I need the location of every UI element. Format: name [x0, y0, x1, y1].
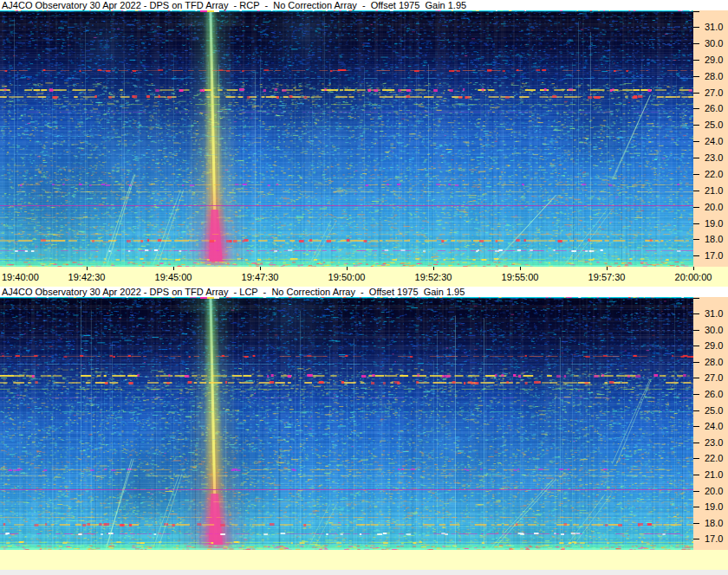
freq-tick — [693, 523, 699, 524]
freq-tick-label: 18.0 — [705, 235, 723, 244]
freq-tick-label: 20.0 — [705, 487, 723, 496]
freq-tick — [693, 223, 699, 224]
freq-tick — [693, 475, 699, 475]
freq-tick-label: 27.0 — [705, 373, 723, 383]
freq-tick-label: 19.0 — [705, 219, 723, 229]
time-tick-label: 19:52:30 — [415, 272, 452, 282]
freq-tick-label: 24.0 — [705, 422, 723, 431]
freq-tick — [693, 125, 699, 126]
freq-tick — [693, 362, 699, 363]
time-tick — [173, 267, 174, 270]
freq-axis-rcp: 31.030.029.028.027.026.025.024.023.022.0… — [693, 10, 728, 267]
freq-tick-label: 31.0 — [705, 309, 723, 319]
freq-tick — [693, 76, 699, 77]
freq-tick — [693, 346, 699, 346]
freq-tick-label: 18.0 — [705, 519, 723, 528]
time-tick-label: 19:40:00 — [2, 272, 39, 282]
freq-tick-label: 19.0 — [705, 502, 723, 512]
time-tick — [260, 267, 261, 270]
freq-tick-label: 23.0 — [705, 438, 723, 448]
freq-tick-label: 31.0 — [705, 23, 723, 32]
time-tick-label: 19:57:30 — [588, 272, 626, 282]
freq-tick — [693, 207, 699, 208]
time-axis-lcp — [0, 550, 728, 570]
freq-tick-label: 30.0 — [705, 326, 723, 335]
freq-tick-label: 17.0 — [705, 251, 723, 261]
freq-tick — [693, 93, 699, 94]
freq-tick-label: 22.0 — [705, 170, 723, 179]
freq-tick-label: 25.0 — [705, 406, 723, 416]
freq-tick-label: 29.0 — [705, 55, 723, 65]
spectrogram-row-rcp: 31.030.029.028.027.026.025.024.023.022.0… — [0, 10, 728, 267]
freq-tick-label: 24.0 — [705, 137, 723, 146]
freq-tick-label: 17.0 — [705, 534, 723, 544]
freq-tick — [693, 191, 699, 191]
panel-title-lcp: AJ4CO Observatory 30 Apr 2022 - DPS on T… — [0, 287, 728, 297]
freq-tick — [693, 43, 699, 44]
freq-tick — [693, 158, 699, 158]
panel-title-rcp: AJ4CO Observatory 30 Apr 2022 - DPS on T… — [0, 0, 728, 10]
freq-tick — [693, 60, 699, 61]
freq-tick — [693, 239, 699, 240]
freq-tick — [693, 174, 699, 175]
freq-tick-label: 21.0 — [705, 186, 723, 196]
freq-axis-lcp: 31.030.029.028.027.026.025.024.023.022.0… — [693, 297, 728, 550]
panel-rcp: AJ4CO Observatory 30 Apr 2022 - DPS on T… — [0, 0, 728, 287]
freq-tick-label: 20.0 — [705, 203, 723, 212]
freq-tick — [693, 141, 699, 142]
freq-tick-label: 30.0 — [705, 39, 723, 48]
freq-tick — [693, 426, 699, 427]
time-tick-label: 19:55:00 — [502, 272, 539, 282]
freq-tick-label: 26.0 — [705, 104, 723, 113]
panel-lcp: AJ4CO Observatory 30 Apr 2022 - DPS on T… — [0, 287, 728, 570]
freq-tick — [693, 27, 699, 28]
spectrogram-canvas-lcp[interactable] — [0, 297, 693, 550]
time-tick — [607, 267, 608, 270]
freq-axis-top-tick — [693, 11, 699, 12]
freq-tick-label: 26.0 — [705, 390, 723, 399]
freq-tick — [693, 539, 699, 539]
freq-tick — [693, 443, 699, 443]
freq-tick-label: 28.0 — [705, 358, 723, 367]
time-tick-label: 19:45:00 — [155, 272, 192, 282]
freq-tick-label: 21.0 — [705, 470, 723, 480]
time-tick-label: 19:42:30 — [68, 272, 106, 282]
spectrograph-window: AJ4CO Observatory 30 Apr 2022 - DPS on T… — [0, 0, 728, 575]
freq-tick — [693, 313, 699, 314]
freq-tick — [693, 255, 699, 256]
freq-tick — [693, 330, 699, 331]
time-tick — [87, 267, 88, 270]
freq-tick-label: 27.0 — [705, 88, 723, 98]
freq-tick — [693, 458, 699, 459]
spectrogram-row-lcp: 31.030.029.028.027.026.025.024.023.022.0… — [0, 297, 728, 550]
time-axis-rcp: 19:40:0019:42:3019:45:0019:47:3019:50:00… — [0, 267, 728, 287]
freq-tick — [693, 378, 699, 378]
time-tick — [520, 267, 521, 270]
time-tick — [693, 267, 694, 270]
freq-tick-label: 23.0 — [705, 153, 723, 163]
freq-axis-top-tick — [693, 298, 699, 299]
spectrogram-canvas-rcp[interactable] — [0, 10, 693, 267]
freq-tick-label: 25.0 — [705, 120, 723, 130]
time-tick — [347, 267, 348, 270]
freq-tick-label: 28.0 — [705, 72, 723, 81]
time-tick — [433, 267, 434, 270]
time-tick-label: 19:47:30 — [242, 272, 279, 282]
freq-tick-label: 29.0 — [705, 341, 723, 351]
time-tick-label: 19:50:00 — [328, 272, 366, 282]
freq-tick-label: 22.0 — [705, 454, 723, 463]
freq-tick — [693, 394, 699, 395]
freq-tick — [693, 410, 699, 411]
window-bottom-strip — [0, 570, 728, 575]
freq-tick — [693, 507, 699, 507]
time-tick-label: 20:00:00 — [675, 272, 712, 282]
freq-tick — [693, 108, 699, 109]
freq-tick — [693, 491, 699, 492]
